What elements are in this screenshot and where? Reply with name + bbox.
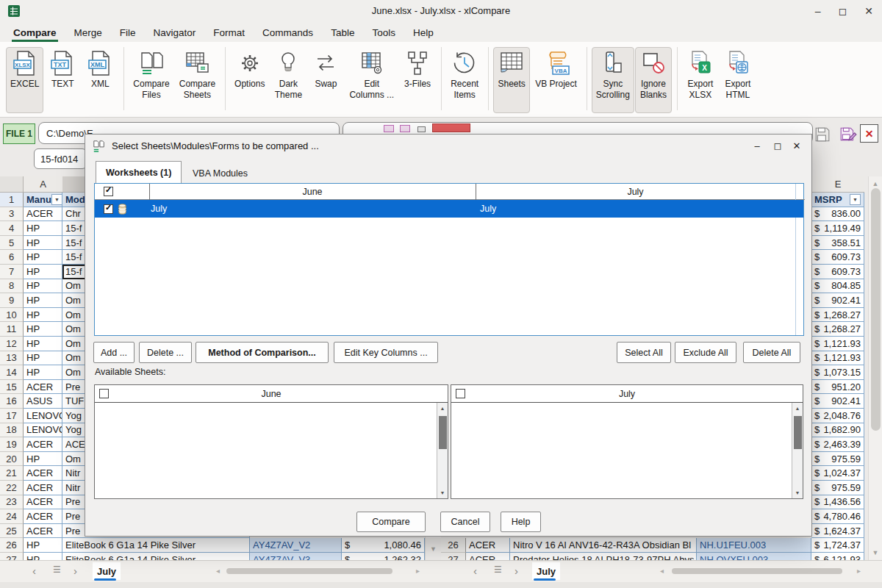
scroll-down-icon[interactable]: ▼	[437, 490, 448, 495]
cell-msrp[interactable]: $4,780.46	[811, 509, 864, 524]
delete-all-button[interactable]: Delete All	[743, 342, 800, 363]
add-button[interactable]: Add ...	[93, 342, 135, 363]
filter-dropdown-icon[interactable]: ▼	[51, 194, 62, 205]
row-number[interactable]: 12	[0, 337, 24, 351]
right-vertical-scrollbar[interactable]: ▲ ▼	[868, 176, 882, 560]
select-all-button[interactable]: Select All	[617, 342, 671, 363]
delete-button[interactable]: Delete ...	[139, 342, 192, 363]
scroll-down-icon[interactable]: ▼	[792, 490, 803, 495]
row-number[interactable]: 23	[0, 495, 24, 510]
column-header-a[interactable]: A	[24, 176, 62, 193]
scrollbar-thumb[interactable]	[439, 416, 447, 449]
prev-sheet-icon[interactable]: ‹	[473, 564, 477, 577]
ribbon-button-swap[interactable]: Swap	[307, 47, 344, 113]
cell-b[interactable]: Nitro V 16 AI ANV16-42-R43A Obsidian Bl	[510, 538, 697, 553]
cell-a[interactable]: HP	[24, 538, 62, 553]
exclude-all-button[interactable]: Exclude All	[675, 342, 736, 363]
row-number[interactable]: 9	[0, 293, 24, 308]
menu-item-merge[interactable]: Merge	[73, 25, 104, 40]
scroll-down-icon[interactable]: ▼	[869, 548, 882, 558]
available-sheets-list-june[interactable]: June ▲ ▼	[94, 384, 448, 499]
prev-sheet-icon[interactable]: ‹	[32, 564, 36, 577]
row-number[interactable]: 27	[0, 553, 24, 560]
cell-msrp[interactable]: $836.00	[811, 207, 864, 222]
cell-ref-input[interactable]: 15-fd014	[34, 148, 87, 169]
ribbon-button-sync-scrolling[interactable]: SyncScrolling	[592, 47, 634, 113]
ribbon-button-export-xlsx[interactable]: XExportXLSX	[682, 47, 719, 113]
row-number[interactable]: 7	[0, 265, 24, 279]
ribbon-button-dark-theme[interactable]: DarkTheme	[270, 47, 306, 113]
available-sheets-list-july[interactable]: July ▲ ▼	[451, 384, 803, 499]
cell-price[interactable]: $1,080.46	[342, 538, 425, 553]
cell-a[interactable]: ACER	[24, 466, 62, 481]
ribbon-button-export-html[interactable]: ExportHTML	[720, 47, 756, 113]
cell-part-number[interactable]: NH.U1FEU.003	[697, 538, 811, 553]
scroll-up-icon[interactable]: ▲	[792, 406, 803, 411]
cell-part-number[interactable]: AY4Z7AV_V2	[250, 538, 342, 553]
select-all-checkbox[interactable]	[104, 187, 113, 196]
cell-part-number[interactable]: AY4Z7AV_V3	[250, 553, 342, 560]
ribbon-button-recent-items[interactable]: RecentItems	[446, 47, 483, 113]
row-number[interactable]: 13	[0, 351, 24, 366]
next-sheet-icon[interactable]: ›	[74, 564, 77, 577]
sheet-pair-row[interactable]: July July	[95, 200, 803, 218]
menu-item-file[interactable]: File	[118, 25, 137, 40]
filter-dropdown-icon[interactable]: ▼	[850, 194, 861, 205]
msrp-header-cell[interactable]: MSRP▼	[811, 193, 864, 207]
cell-a[interactable]: ACER	[24, 380, 62, 395]
dialog-maximize-icon[interactable]: ◻	[769, 137, 786, 154]
method-of-comparison-button[interactable]: Method of Comparison...	[196, 342, 329, 363]
cell-a[interactable]: ACER	[466, 553, 510, 560]
ribbon-button-text[interactable]: TXTTEXT	[44, 47, 81, 113]
scroll-up-icon[interactable]: ▲	[437, 406, 448, 411]
cell-msrp[interactable]: $1,624.37	[811, 524, 864, 539]
select-all-corner[interactable]	[0, 176, 24, 193]
row-number[interactable]: 6	[0, 250, 24, 265]
ribbon-button-compare-sheets[interactable]: CompareSheets	[175, 47, 220, 113]
cell-a[interactable]: ACER	[24, 437, 62, 452]
save-icon[interactable]	[814, 126, 831, 143]
cell-msrp[interactable]: $1,121.93	[811, 351, 864, 366]
cell-msrp[interactable]: $1,119.49	[811, 221, 864, 236]
dialog-minimize-icon[interactable]: –	[748, 137, 766, 154]
row-number[interactable]: 1	[0, 193, 24, 207]
ribbon-button-options[interactable]: Options	[230, 47, 269, 113]
row-number[interactable]: 3	[0, 207, 24, 222]
ribbon-button-edit-columns[interactable]: EditColumns ...	[345, 47, 398, 113]
cell-msrp[interactable]: $902.41	[811, 293, 864, 308]
ribbon-button-excel[interactable]: XLSXEXCEL	[6, 47, 43, 113]
left-vertical-scrollbar[interactable]: ▼	[425, 537, 441, 560]
save-as-icon[interactable]	[839, 126, 857, 143]
minimize-icon[interactable]: –	[815, 5, 821, 17]
list-scrollbar[interactable]: ▲ ▼	[792, 403, 803, 498]
ribbon-button-three-files[interactable]: 3-Files	[399, 47, 436, 113]
help-button[interactable]: Help	[501, 512, 541, 532]
hscroll-left-icon[interactable]: ◂	[660, 567, 664, 575]
list-checkbox[interactable]	[99, 389, 109, 398]
cell-a[interactable]: HP	[24, 337, 62, 351]
cell-a[interactable]: HP	[24, 279, 62, 294]
menu-item-help[interactable]: Help	[412, 25, 435, 40]
cell-a[interactable]: HP	[24, 250, 62, 265]
july-column-header[interactable]: July	[476, 184, 795, 200]
cell-msrp[interactable]: $1,268.27	[811, 322, 864, 337]
cell-msrp[interactable]: $1,024.37	[811, 466, 864, 481]
row-number[interactable]: 16	[0, 394, 24, 409]
cancel-button[interactable]: Cancel	[440, 512, 490, 532]
cell-msrp[interactable]: $902.41	[811, 394, 864, 409]
cell-a[interactable]: HP	[24, 452, 62, 467]
ribbon-button-compare-files[interactable]: CompareFiles	[129, 47, 173, 113]
cell-a[interactable]: ASUS	[24, 394, 62, 409]
cell-a[interactable]: LENOVO	[24, 409, 62, 423]
cell-a[interactable]: ACER	[466, 538, 510, 553]
scroll-down-icon[interactable]: ▼	[426, 544, 441, 554]
cell-b[interactable]: EliteBook 6 G1a 14 Pike Silver	[62, 538, 250, 553]
row-checkbox[interactable]	[104, 204, 113, 214]
cell-msrp[interactable]: $1,682.90	[811, 423, 864, 438]
cell-msrp[interactable]: $609.73	[811, 265, 864, 279]
cell-a[interactable]: HP	[24, 221, 62, 236]
row-number[interactable]: 22	[0, 481, 24, 495]
menu-item-table[interactable]: Table	[329, 25, 356, 40]
row-number[interactable]: 5	[0, 236, 24, 251]
hscroll-thumb[interactable]	[226, 568, 392, 574]
